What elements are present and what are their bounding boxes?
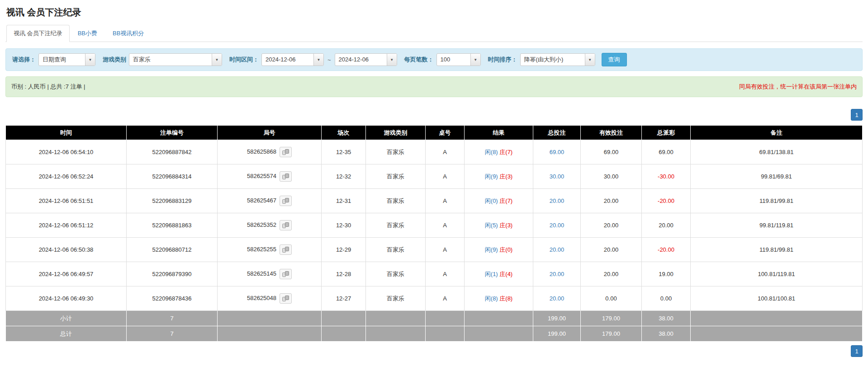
- cell-valid-bet: 20.00: [581, 213, 642, 238]
- sort-select[interactable]: 降幂(由大到小) ▼: [520, 53, 595, 66]
- summary-text: 币别 : 人民币 | 总共 :7 注单 |: [11, 83, 85, 91]
- date-to-select[interactable]: 2024-12-06 ▼: [335, 53, 397, 66]
- table-row: 2024-12-06 06:52:24 522096884314 5826255…: [6, 164, 863, 189]
- query-type-value: 日期查询: [39, 54, 85, 66]
- chevron-down-icon[interactable]: ▼: [85, 54, 95, 66]
- round-id-text: 582625352: [247, 221, 276, 228]
- table-row: 2024-12-06 06:49:57 522096879390 5826251…: [6, 262, 863, 286]
- cell-game-type: 百家乐: [366, 164, 426, 189]
- cell-session: 12-29: [322, 238, 366, 262]
- column-header: 桌号: [426, 126, 465, 140]
- cell-game-type: 百家乐: [366, 286, 426, 311]
- cell-round-id: 582625048: [218, 286, 322, 311]
- round-detail-button[interactable]: [280, 244, 292, 255]
- cell-round-id: 582625145: [218, 262, 322, 286]
- cell-session: 12-28: [322, 262, 366, 286]
- column-header: 时间: [6, 126, 127, 140]
- cell-result: 闲(8) 庄(8): [465, 286, 533, 311]
- cell-note: 99.81/119.81: [691, 213, 863, 238]
- chevron-down-icon[interactable]: ▼: [387, 54, 397, 66]
- cell-note: 119.81/99.81: [691, 238, 863, 262]
- round-detail-button[interactable]: [280, 293, 292, 304]
- info-bar: 币别 : 人民币 | 总共 :7 注单 | 同局有效投注，统一计算在该局第一张注…: [5, 76, 863, 97]
- table-row: 2024-12-06 06:51:12 522096881863 5826253…: [6, 213, 863, 238]
- round-detail-button[interactable]: [280, 269, 292, 279]
- subtotal-row: 小计 7 199.00 179.00 38.00: [6, 311, 863, 326]
- result-player: 闲(9): [485, 246, 498, 253]
- total-bet-link[interactable]: 20.00: [550, 197, 564, 204]
- column-header: 游戏类别: [366, 126, 426, 140]
- chevron-down-icon[interactable]: ▼: [470, 54, 480, 66]
- total-bet-link[interactable]: 20.00: [550, 271, 564, 277]
- cell-result: 闲(5) 庄(3): [465, 213, 533, 238]
- round-detail-button[interactable]: [280, 196, 292, 206]
- cell-valid-bet: 20.00: [581, 189, 642, 213]
- pagination-top: 1: [5, 109, 863, 121]
- page-size-label: 每页笔数：: [404, 56, 434, 64]
- result-banker: 庄(8): [499, 295, 512, 302]
- cell-time: 2024-12-06 06:52:24: [6, 164, 127, 189]
- cell-order-id: 522096880712: [127, 238, 218, 262]
- cell-session: 12-31: [322, 189, 366, 213]
- table-body: 2024-12-06 06:54:10 522096887842 5826258…: [6, 140, 863, 311]
- cell-round-id: 582625868: [218, 140, 322, 164]
- column-header: 注单编号: [127, 126, 218, 140]
- cell-total-bet: 20.00: [533, 213, 581, 238]
- cell-order-id: 522096879390: [127, 262, 218, 286]
- result-player: 闲(0): [485, 197, 498, 204]
- cell-order-id: 522096887842: [127, 140, 218, 164]
- round-detail-button[interactable]: [280, 220, 292, 230]
- cell-session: 12-32: [322, 164, 366, 189]
- result-banker: 庄(3): [499, 222, 512, 229]
- subtotal-label: 小计: [6, 311, 127, 326]
- subtotal-count: 7: [127, 311, 218, 326]
- cell-result: 闲(0) 庄(7): [465, 189, 533, 213]
- cards-icon: [282, 198, 289, 204]
- tab-1[interactable]: BB小费: [71, 25, 104, 42]
- query-button[interactable]: 查询: [602, 53, 627, 66]
- result-banker: 庄(0): [499, 246, 512, 253]
- cell-session: 12-27: [322, 286, 366, 311]
- select-label: 请选择：: [12, 56, 36, 64]
- page-button[interactable]: 1: [851, 109, 863, 121]
- cards-icon: [282, 174, 289, 179]
- round-detail-button[interactable]: [280, 171, 292, 182]
- total-bet-link[interactable]: 20.00: [550, 295, 564, 302]
- page-size-select[interactable]: 100 ▼: [436, 53, 481, 66]
- total-bet-link[interactable]: 69.00: [550, 149, 564, 155]
- round-id-text: 582625467: [247, 197, 276, 204]
- total-bet-link[interactable]: 30.00: [550, 173, 564, 180]
- time-range-label: 时间区间：: [229, 56, 259, 64]
- total-count: 7: [127, 326, 218, 342]
- total-bet-link[interactable]: 20.00: [550, 222, 564, 229]
- cell-total-bet: 20.00: [533, 286, 581, 311]
- cell-total-bet: 20.00: [533, 189, 581, 213]
- cell-round-id: 582625255: [218, 238, 322, 262]
- chevron-down-icon[interactable]: ▼: [585, 54, 595, 66]
- table-row: 2024-12-06 06:51:51 522096883129 5826254…: [6, 189, 863, 213]
- cell-note: 69.81/138.81: [691, 140, 863, 164]
- cell-table-no: A: [426, 213, 465, 238]
- cell-payout: 69.00: [642, 140, 691, 164]
- cell-time: 2024-12-06 06:51:12: [6, 213, 127, 238]
- cell-note: 100.81/119.81: [691, 262, 863, 286]
- tab-0[interactable]: 视讯 会员下注纪录: [6, 25, 70, 42]
- tab-2[interactable]: BB视讯积分: [105, 25, 151, 42]
- result-banker: 庄(3): [499, 173, 512, 180]
- total-bet-link[interactable]: 20.00: [550, 246, 564, 253]
- chevron-down-icon[interactable]: ▼: [313, 54, 323, 66]
- query-type-select[interactable]: 日期查询 ▼: [38, 53, 95, 66]
- cell-payout: -20.00: [642, 238, 691, 262]
- cell-time: 2024-12-06 06:49:57: [6, 262, 127, 286]
- round-detail-button[interactable]: [280, 147, 292, 157]
- cell-table-no: A: [426, 140, 465, 164]
- result-player: 闲(1): [485, 271, 498, 277]
- game-type-value: 百家乐: [129, 54, 212, 66]
- cell-note: 99.81/69.81: [691, 164, 863, 189]
- page-button[interactable]: 1: [851, 345, 863, 357]
- date-from-select[interactable]: 2024-12-06 ▼: [261, 53, 324, 66]
- game-type-select[interactable]: 百家乐 ▼: [129, 53, 222, 66]
- column-header: 备注: [691, 126, 863, 140]
- result-player: 闲(9): [485, 173, 498, 180]
- chevron-down-icon[interactable]: ▼: [212, 54, 222, 66]
